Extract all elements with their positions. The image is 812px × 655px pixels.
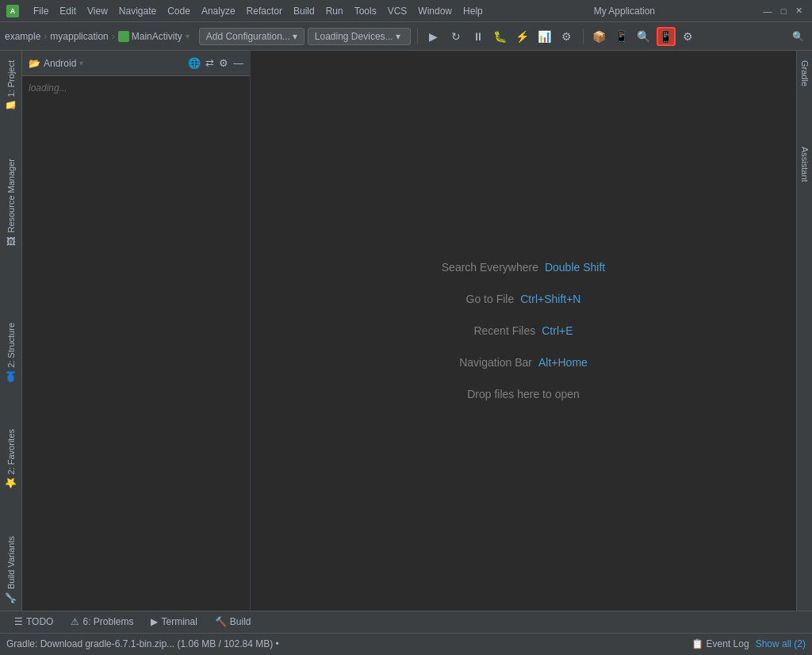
close-button[interactable]: ✕ xyxy=(793,5,806,17)
right-strip: Gradle Assistant xyxy=(796,51,812,611)
file-icon xyxy=(118,31,129,42)
menu-item-vcs[interactable]: VCS xyxy=(383,4,412,18)
sidebar-content: loading... xyxy=(22,76,250,611)
tab-todo[interactable]: ☰ TODO xyxy=(6,613,61,630)
bottom-status: Gradle: Download gradle-6.7.1-bin.zip...… xyxy=(0,634,812,655)
apply-changes-button[interactable]: ⚙ xyxy=(557,27,576,46)
sidebar-item-structure[interactable]: 👤 2: Structure xyxy=(2,316,20,389)
hint-navigation-bar-shortcut: Alt+Home xyxy=(538,356,588,369)
android-panel-label: 📂 Android ▾ xyxy=(29,58,83,69)
hint-go-to-file-shortcut: Ctrl+Shift+N xyxy=(520,293,580,305)
problems-icon: ⚠ xyxy=(71,616,79,627)
sync-button[interactable]: ↻ xyxy=(446,27,465,46)
profiler-button[interactable]: ⚙ xyxy=(679,27,698,46)
breadcrumb-project: example xyxy=(5,31,40,42)
menu-item-view[interactable]: View xyxy=(82,4,113,18)
hint-recent-files: Recent Files Ctrl+E xyxy=(473,324,573,337)
toolbar: example › myapplication › MainActivity ▾… xyxy=(0,22,812,51)
terminal-icon: ▶ xyxy=(151,616,158,627)
loading-devices-button[interactable]: Loading Devices... ▾ xyxy=(308,28,411,45)
sidebar-gear-icon[interactable]: ⚙ xyxy=(219,57,228,69)
menu-item-build[interactable]: Build xyxy=(289,4,320,18)
build-variants-icon: 🔧 xyxy=(6,592,17,604)
sidebar-header: 📂 Android ▾ 🌐 ⇄ ⚙ — xyxy=(22,51,250,76)
coverage-button[interactable]: ⚡ xyxy=(513,27,532,46)
left-strip: 📁 1: Project 🖼 Resource Manager 👤 2: Str… xyxy=(0,51,22,611)
build-icon: 🔨 xyxy=(215,616,227,627)
resource-manager-icon: 🖼 xyxy=(6,236,17,246)
hint-navigation-bar-label: Navigation Bar xyxy=(459,356,532,369)
right-tab-assistant[interactable]: Assistant xyxy=(799,140,811,189)
menu-item-window[interactable]: Window xyxy=(413,4,457,18)
maximize-button[interactable]: □ xyxy=(777,5,790,17)
menu-item-run[interactable]: Run xyxy=(321,4,348,18)
title-bar: A FileEditViewNavigateCodeAnalyzeRefacto… xyxy=(0,0,812,22)
menu-item-help[interactable]: Help xyxy=(458,4,488,18)
avd-manager-button[interactable]: 📱 xyxy=(612,27,631,46)
run-button[interactable]: ▶ xyxy=(424,27,443,46)
title-bar-left: A FileEditViewNavigateCodeAnalyzeRefacto… xyxy=(6,4,488,18)
search-button[interactable]: 🔍 xyxy=(788,27,807,46)
minimize-button[interactable]: — xyxy=(761,5,774,17)
structure-icon: 👤 xyxy=(6,371,17,383)
menu-item-tools[interactable]: Tools xyxy=(350,4,381,18)
hint-drop-files: Drop files here to open xyxy=(467,388,580,400)
hint-navigation-bar: Navigation Bar Alt+Home xyxy=(459,356,588,369)
hint-drop-files-label: Drop files here to open xyxy=(467,388,580,400)
title-text: My Application xyxy=(594,6,655,17)
menu-item-code[interactable]: Code xyxy=(163,4,195,18)
layout-inspector-button[interactable]: 🔍 xyxy=(634,27,653,46)
sidebar-item-build-variants[interactable]: 🔧 Build Variants xyxy=(2,530,20,611)
event-log-button[interactable]: 📋 Event Log xyxy=(691,638,749,649)
bottom-tabs: ☰ TODO ⚠ 6: Problems ▶ Terminal 🔨 Build xyxy=(0,611,812,634)
breadcrumb-file: MainActivity xyxy=(118,31,182,42)
tab-terminal[interactable]: ▶ Terminal xyxy=(143,613,205,630)
sidebar-minimize-icon[interactable]: — xyxy=(233,57,243,69)
todo-icon: ☰ xyxy=(14,616,23,627)
menu-bar: FileEditViewNavigateCodeAnalyzeRefactorB… xyxy=(29,4,488,18)
sidebar-header-icons: 🌐 ⇄ ⚙ — xyxy=(188,57,243,69)
window-controls: — □ ✕ xyxy=(761,5,806,17)
hint-recent-files-label: Recent Files xyxy=(473,324,535,337)
sidebar-item-resource-manager[interactable]: 🖼 Resource Manager xyxy=(2,152,20,253)
main-layout: 📁 1: Project 🖼 Resource Manager 👤 2: Str… xyxy=(0,51,812,611)
stop-button[interactable]: ⏸ xyxy=(469,27,488,46)
bottom-panel: ☰ TODO ⚠ 6: Problems ▶ Terminal 🔨 Build … xyxy=(0,611,812,655)
sidebar-split-icon[interactable]: ⇄ xyxy=(205,57,214,69)
sidebar-globe-icon[interactable]: 🌐 xyxy=(188,57,201,69)
show-all-button[interactable]: Show all (2) xyxy=(756,638,806,649)
android-dropdown-icon[interactable]: ▾ xyxy=(79,59,83,67)
hint-search-everywhere-label: Search Everywhere xyxy=(442,261,538,274)
tab-problems[interactable]: ⚠ 6: Problems xyxy=(63,613,141,630)
menu-item-file[interactable]: File xyxy=(29,4,53,18)
menu-item-analyze[interactable]: Analyze xyxy=(197,4,240,18)
status-text: Gradle: Download gradle-6.7.1-bin.zip...… xyxy=(6,638,685,649)
menu-item-refactor[interactable]: Refactor xyxy=(242,4,287,18)
breadcrumb-module: myapplication xyxy=(50,31,108,42)
hint-search-everywhere-shortcut: Double Shift xyxy=(545,261,605,274)
sidebar-item-favorites[interactable]: ⭐ 2: Favorites xyxy=(2,423,20,496)
hint-go-to-file: Go to File Ctrl+Shift+N xyxy=(466,293,581,305)
sdk-manager-button[interactable]: 📦 xyxy=(590,27,609,46)
debug-button[interactable]: 🐛 xyxy=(491,27,510,46)
event-log-icon: 📋 xyxy=(691,638,703,649)
menu-item-navigate[interactable]: Navigate xyxy=(114,4,161,18)
favorites-icon: ⭐ xyxy=(6,478,17,490)
menu-item-edit[interactable]: Edit xyxy=(55,4,81,18)
toolbar-separator-2 xyxy=(583,29,584,44)
breadcrumb: example › myapplication › MainActivity ▾ xyxy=(5,31,190,42)
hint-recent-files-shortcut: Ctrl+E xyxy=(542,324,573,337)
breadcrumb-dropdown[interactable]: ▾ xyxy=(186,32,190,40)
add-configuration-button[interactable]: Add Configuration... ▾ xyxy=(199,28,304,45)
sidebar-item-project[interactable]: 📁 1: Project xyxy=(2,54,20,118)
project-icon: 📁 xyxy=(6,100,17,112)
tab-build[interactable]: 🔨 Build xyxy=(207,613,259,630)
editor-area: Search Everywhere Double Shift Go to Fil… xyxy=(251,51,796,611)
right-tab-gradle[interactable]: Gradle xyxy=(799,54,811,93)
android-folder-icon: 📂 xyxy=(29,58,40,69)
sidebar: 📂 Android ▾ 🌐 ⇄ ⚙ — loading... xyxy=(22,51,251,611)
profile-button[interactable]: 📊 xyxy=(535,27,554,46)
hint-search-everywhere: Search Everywhere Double Shift xyxy=(442,261,605,274)
toolbar-separator-1 xyxy=(417,29,418,44)
device-manager-button[interactable]: 📱 xyxy=(657,27,676,46)
